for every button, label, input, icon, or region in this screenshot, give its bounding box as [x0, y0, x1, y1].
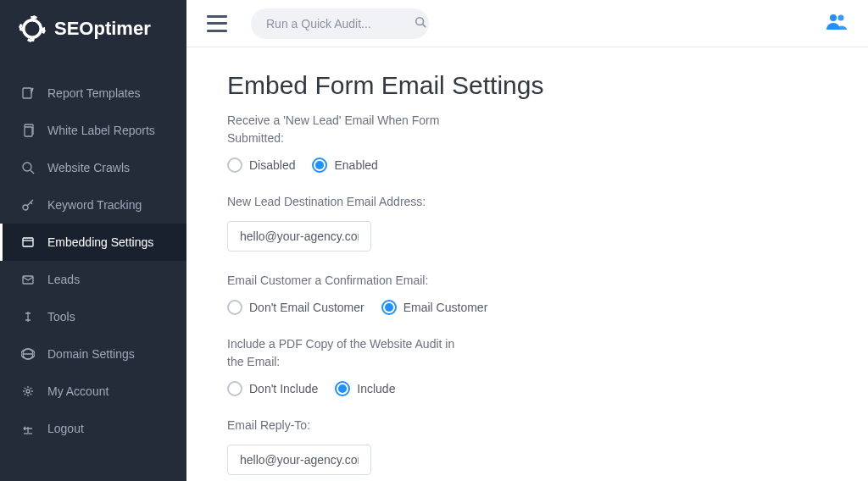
page-title: Embed Form Email Settings	[227, 71, 827, 100]
radio-label: Don't Email Customer	[249, 301, 364, 314]
gear-icon	[20, 384, 36, 399]
globe-icon	[20, 346, 36, 362]
svg-rect-2	[25, 127, 32, 136]
sidebar-item-white-label-reports[interactable]: White Label Reports	[0, 112, 186, 149]
radio-icon	[227, 158, 242, 173]
radio-include[interactable]: Include	[335, 381, 395, 396]
topbar	[186, 0, 868, 47]
radio-dont-email-customer[interactable]: Don't Email Customer	[227, 300, 364, 315]
dest-email-label: New Lead Destination Email Address:	[227, 193, 473, 211]
nav-label: Embedding Settings	[47, 235, 153, 249]
svg-rect-1	[23, 88, 31, 98]
copy-icon	[20, 123, 36, 138]
nav-label: Report Templates	[47, 86, 140, 100]
search-input[interactable]	[266, 17, 415, 30]
radio-label: Include	[357, 382, 395, 395]
logo-icon	[19, 15, 46, 42]
embed-icon	[20, 235, 36, 250]
pdf-copy-label: Include a PDF Copy of the Website Audit …	[227, 335, 473, 371]
reply-to-group: Email Reply-To:	[227, 417, 827, 475]
pdf-copy-radio-row: Don't Include Include	[227, 381, 827, 396]
sidebar-item-website-crawls[interactable]: Website Crawls	[0, 149, 186, 186]
pdf-copy-group: Include a PDF Copy of the Website Audit …	[227, 335, 827, 396]
new-lead-radio-row: Disabled Enabled	[227, 158, 827, 173]
svg-point-10	[830, 14, 837, 21]
sidebar-item-logout[interactable]: Logout	[0, 410, 186, 447]
sidebar-item-keyword-tracking[interactable]: Keyword Tracking	[0, 186, 186, 224]
conf-email-radio-row: Don't Email Customer Email Customer	[227, 300, 827, 315]
nav-label: Keyword Tracking	[47, 198, 142, 212]
svg-point-9	[416, 17, 424, 25]
tools-icon	[20, 309, 36, 324]
sidebar-nav: Report Templates White Label Reports Web…	[0, 58, 186, 447]
new-lead-email-group: Receive a 'New Lead' Email When Form Sub…	[227, 112, 827, 173]
radio-enabled[interactable]: Enabled	[312, 158, 377, 173]
sidebar-item-my-account[interactable]: My Account	[0, 373, 186, 410]
radio-email-customer[interactable]: Email Customer	[381, 300, 488, 315]
document-edit-icon	[20, 86, 36, 101]
logo[interactable]: SEOptimer	[0, 0, 186, 58]
radio-disabled[interactable]: Disabled	[227, 158, 295, 173]
radio-icon	[381, 300, 397, 315]
hamburger-menu-button[interactable]	[207, 15, 227, 32]
main-content: Embed Form Email Settings Receive a 'New…	[186, 47, 868, 481]
sidebar-item-report-templates[interactable]: Report Templates	[0, 75, 186, 112]
nav-label: Website Crawls	[47, 161, 130, 174]
radio-icon	[312, 158, 327, 173]
conf-email-group: Email Customer a Confirmation Email: Don…	[227, 272, 827, 315]
logo-text: SEOptimer	[54, 18, 151, 40]
logout-icon	[20, 421, 36, 436]
nav-label: Tools	[47, 310, 75, 323]
radio-label: Don't Include	[249, 382, 318, 395]
svg-point-0	[24, 20, 41, 37]
nav-label: Logout	[47, 422, 84, 435]
search-icon	[415, 16, 426, 31]
dest-email-input[interactable]	[227, 221, 371, 252]
svg-point-8	[26, 390, 30, 393]
key-icon	[20, 197, 36, 213]
radio-label: Enabled	[334, 158, 377, 172]
nav-label: Leads	[47, 273, 80, 286]
radio-label: Email Customer	[403, 301, 488, 314]
conf-email-label: Email Customer a Confirmation Email:	[227, 272, 473, 290]
nav-label: My Account	[47, 384, 108, 398]
search-box[interactable]	[251, 8, 429, 39]
new-lead-email-label: Receive a 'New Lead' Email When Form Sub…	[227, 112, 473, 147]
radio-icon	[227, 381, 242, 396]
nav-label: White Label Reports	[47, 124, 155, 137]
svg-point-3	[23, 163, 31, 171]
radio-icon	[335, 381, 350, 396]
radio-dont-include[interactable]: Don't Include	[227, 381, 318, 396]
svg-rect-5	[23, 238, 33, 246]
reply-to-input[interactable]	[227, 445, 371, 475]
sidebar: SEOptimer Report Templates White Label R…	[0, 0, 186, 481]
sidebar-item-domain-settings[interactable]: Domain Settings	[0, 335, 186, 373]
nav-label: Domain Settings	[47, 347, 135, 361]
sidebar-item-embedding-settings[interactable]: Embedding Settings	[0, 224, 186, 261]
search-icon	[20, 160, 36, 175]
sidebar-item-tools[interactable]: Tools	[0, 298, 186, 335]
sidebar-item-leads[interactable]: Leads	[0, 261, 186, 298]
radio-icon	[227, 300, 242, 315]
users-icon[interactable]	[826, 13, 848, 35]
reply-to-label: Email Reply-To:	[227, 417, 473, 434]
svg-point-11	[838, 14, 844, 20]
dest-email-group: New Lead Destination Email Address:	[227, 193, 827, 252]
mail-icon	[20, 272, 36, 287]
radio-label: Disabled	[249, 158, 295, 172]
